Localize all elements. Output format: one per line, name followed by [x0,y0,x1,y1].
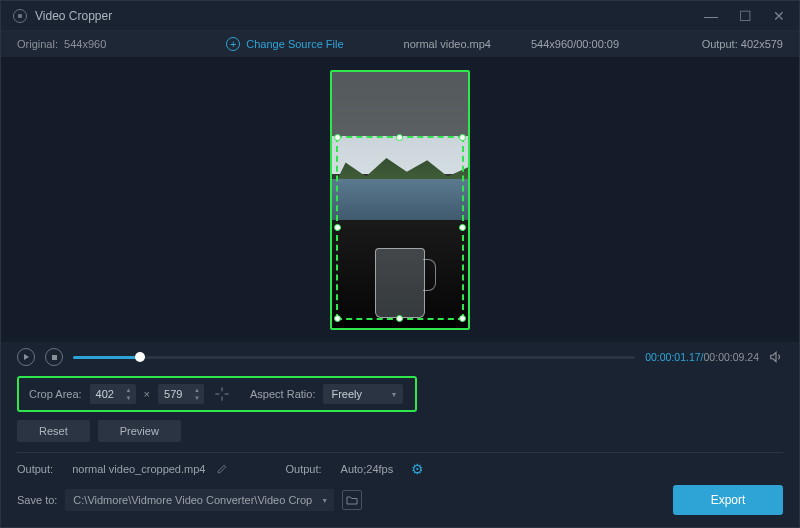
output-settings-label: Output: [285,463,321,475]
height-up[interactable]: ▲ [192,386,202,394]
seek-fill [73,356,140,359]
crop-area-label: Crop Area: [29,388,82,400]
aspect-ratio-label: Aspect Ratio: [250,388,315,400]
crop-handle-tr[interactable] [459,134,466,141]
crop-rectangle[interactable] [336,136,464,320]
titlebar: Video Cropper — ☐ ✕ [1,1,799,31]
width-up[interactable]: ▲ [124,386,134,394]
settings-gear-icon[interactable]: ⚙ [411,461,424,477]
app-icon [13,9,27,23]
plus-icon: + [226,37,240,51]
video-frame[interactable] [330,70,470,330]
crop-mask-top [332,72,468,136]
save-row: Save to: C:\Vidmore\Vidmore Video Conver… [1,477,799,527]
seek-thumb[interactable] [135,352,145,362]
output-row: Output: normal video_cropped.mp4 Output:… [1,453,799,477]
crop-width-value: 402 [96,388,120,400]
crop-width-input[interactable]: 402 ▲▼ [90,384,136,404]
change-source-button[interactable]: + Change Source File [226,37,343,51]
multiply-icon: × [144,388,150,400]
source-filename: normal video.mp4 [404,38,491,50]
aspect-ratio-value: Freely [331,388,362,400]
playback-controls: 00:00:01.17/00:00:09.24 [1,342,799,370]
source-dims-duration: 544x960/00:00:09 [531,38,619,50]
crop-handle-mr[interactable] [459,224,466,231]
crop-height-value: 579 [164,388,188,400]
output-dims-summary: Output: 402x579 [702,38,783,50]
output-settings-value: Auto;24fps [341,463,394,475]
crop-handle-br[interactable] [459,315,466,322]
height-down[interactable]: ▼ [192,394,202,402]
crop-handle-bl[interactable] [334,315,341,322]
original-label: Original: [17,38,58,50]
output-filename: normal video_cropped.mp4 [72,463,205,475]
time-display: 00:00:01.17/00:00:09.24 [645,351,759,363]
change-source-label: Change Source File [246,38,343,50]
original-dims: 544x960 [64,38,106,50]
save-path-value: C:\Vidmore\Vidmore Video Converter\Video… [73,494,312,506]
width-down[interactable]: ▼ [124,394,134,402]
action-row: Reset Preview [1,412,799,442]
crop-handle-tc[interactable] [396,134,403,141]
crop-settings-row: Crop Area: 402 ▲▼ × 579 ▲▼ Aspect Ratio:… [17,376,417,412]
time-current: 00:00:01.17 [645,351,700,363]
seek-slider[interactable] [73,356,635,359]
crop-handle-ml[interactable] [334,224,341,231]
preview-button[interactable]: Preview [98,420,181,442]
close-button[interactable]: ✕ [771,8,787,24]
minimize-button[interactable]: — [703,8,719,24]
edit-icon[interactable] [217,464,227,474]
save-path-select[interactable]: C:\Vidmore\Vidmore Video Converter\Video… [65,489,334,511]
stop-button[interactable] [45,348,63,366]
output-file-label: Output: [17,463,53,475]
window-title: Video Cropper [35,9,112,23]
save-to-label: Save to: [17,494,57,506]
crop-height-input[interactable]: 579 ▲▼ [158,384,204,404]
time-total: 00:00:09.24 [704,351,759,363]
info-bar: Original: 544x960 + Change Source File n… [1,31,799,57]
open-folder-button[interactable] [342,490,362,510]
aspect-ratio-select[interactable]: Freely [323,384,403,404]
reset-button[interactable]: Reset [17,420,90,442]
center-crop-button[interactable] [212,384,232,404]
maximize-button[interactable]: ☐ [737,8,753,24]
preview-area [1,57,799,342]
crop-handle-tl[interactable] [334,134,341,141]
crop-handle-bc[interactable] [396,315,403,322]
play-button[interactable] [17,348,35,366]
export-button[interactable]: Export [673,485,783,515]
volume-icon[interactable] [769,350,783,364]
